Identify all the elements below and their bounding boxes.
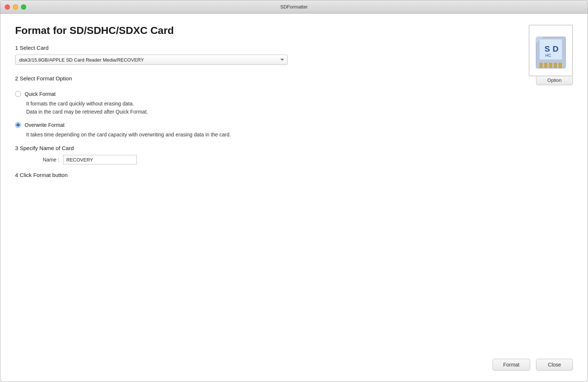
svg-rect-7 xyxy=(559,63,562,68)
quick-format-section: Quick Format It formats the card quickly… xyxy=(15,91,573,115)
app-window: SDFormatter S D xyxy=(0,0,588,382)
step1-label: 1 Select Card xyxy=(15,45,573,51)
close-window-button[interactable] xyxy=(5,4,10,10)
window-title: SDFormatter xyxy=(280,4,308,10)
name-field-label: Name : xyxy=(15,157,59,163)
sd-card-graphic: S D HC xyxy=(534,30,567,71)
quick-format-radio[interactable] xyxy=(15,91,21,97)
close-button[interactable]: Close xyxy=(536,359,573,371)
svg-rect-5 xyxy=(549,63,552,68)
svg-rect-6 xyxy=(554,63,557,68)
step2-label: 2 Select Format Option xyxy=(15,75,72,81)
card-select-wrapper: disk3/15.8GB/APPLE SD Card Reader Media/… xyxy=(15,55,288,65)
card-dropdown-row: disk3/15.8GB/APPLE SD Card Reader Media/… xyxy=(15,55,573,65)
card-name-input[interactable] xyxy=(63,155,137,164)
overwrite-format-label: Overwrite Format xyxy=(25,122,64,128)
svg-text:D: D xyxy=(553,44,559,53)
overwrite-format-desc1: It takes time depending on the card capa… xyxy=(26,132,573,138)
maximize-window-button[interactable] xyxy=(21,4,26,10)
overwrite-format-section: Overwrite Format It takes time depending… xyxy=(15,122,573,138)
page-title: Format for SD/SDHC/SDXC Card xyxy=(15,25,573,37)
format-button[interactable]: Format xyxy=(493,359,530,371)
bottom-buttons: Format Close xyxy=(493,359,573,371)
step2-header: 2 Select Format Option Option xyxy=(15,75,573,85)
svg-rect-4 xyxy=(544,63,547,68)
sd-card-image: S D HC xyxy=(529,25,573,76)
title-bar: SDFormatter xyxy=(0,0,588,14)
name-row: Name : xyxy=(15,155,573,164)
overwrite-format-radio[interactable] xyxy=(15,122,21,128)
quick-format-desc1: It formats the card quickly without eras… xyxy=(26,101,573,107)
window-controls xyxy=(5,4,26,10)
svg-text:HC: HC xyxy=(545,53,551,58)
main-content: S D HC Format for SD/SDHC/SDXC Card 1 Se… xyxy=(0,14,588,382)
card-select[interactable]: disk3/15.8GB/APPLE SD Card Reader Media/… xyxy=(15,55,288,65)
step4-label: 4 Click Format button xyxy=(15,172,573,178)
step3-section: 3 Specify Name of Card Name : xyxy=(15,145,573,164)
quick-format-label: Quick Format xyxy=(25,91,56,97)
format-options: Quick Format It formats the card quickly… xyxy=(15,91,573,138)
quick-format-option[interactable]: Quick Format xyxy=(15,91,573,97)
minimize-window-button[interactable] xyxy=(13,4,18,10)
svg-rect-3 xyxy=(539,63,543,68)
quick-format-desc2: Data in the card may be retrieved after … xyxy=(26,109,573,115)
step3-label: 3 Specify Name of Card xyxy=(15,145,573,151)
overwrite-format-option[interactable]: Overwrite Format xyxy=(15,122,573,128)
svg-text:S: S xyxy=(545,44,550,53)
option-button[interactable]: Option xyxy=(536,75,573,85)
